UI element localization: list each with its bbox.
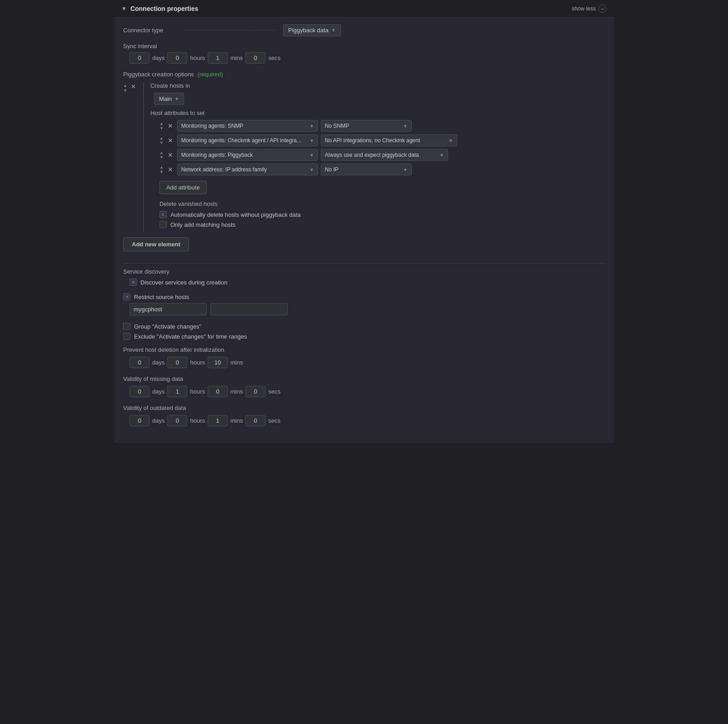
row1-value-dropdown[interactable]: No SNMP ▼ xyxy=(321,120,412,132)
prevent-days-input[interactable] xyxy=(130,357,150,368)
row2-value-dropdown[interactable]: No API integrations, no Checkmk agent ▼ xyxy=(321,135,457,146)
prevent-days-unit: days xyxy=(152,359,165,366)
row4-key-dropdown[interactable]: Network address: IP address family ▼ xyxy=(177,164,318,175)
row2-down-icon[interactable]: ▼ xyxy=(160,141,164,145)
outdated-secs-input[interactable] xyxy=(245,415,265,426)
discover-services-checkbox[interactable]: ✕ xyxy=(130,279,137,286)
missing-mins-input[interactable] xyxy=(208,386,228,397)
row3-updown[interactable]: ▲ ▼ xyxy=(160,151,164,160)
missing-secs-input[interactable] xyxy=(245,386,265,397)
row4-key-arrow-icon: ▼ xyxy=(309,167,314,172)
chevron-down-icon[interactable]: ▼ xyxy=(121,5,127,12)
auto-delete-checkbox[interactable]: ✕ xyxy=(160,211,167,218)
sync-hours-input[interactable] xyxy=(167,52,187,64)
connector-type-label: Connector type xyxy=(123,27,178,34)
row4-updown[interactable]: ▲ ▼ xyxy=(160,165,164,174)
sync-secs-input[interactable] xyxy=(245,52,265,64)
row2-remove-icon[interactable]: ✕ xyxy=(166,137,175,144)
missing-hours-input[interactable] xyxy=(167,386,187,397)
row3-up-icon[interactable]: ▲ xyxy=(160,151,164,155)
add-new-element-button[interactable]: Add new element xyxy=(123,237,189,251)
row2-key-dropdown[interactable]: Monitoring agents: Checkmk agent / API i… xyxy=(177,135,318,146)
row2-updown[interactable]: ▲ ▼ xyxy=(160,136,164,145)
host-input-2[interactable] xyxy=(210,303,288,315)
sync-mins-input[interactable] xyxy=(208,52,228,64)
restrict-source-section: ✕ Restrict source hosts xyxy=(123,293,605,315)
attributes-table: ▲ ▼ ✕ Monitoring agents: SNMP ▼ No SNMP xyxy=(160,120,457,175)
row1-remove-icon[interactable]: ✕ xyxy=(166,122,175,130)
page-title: Connection properties xyxy=(130,5,198,12)
outdated-hours-unit: hours xyxy=(190,417,205,424)
dropdown-arrow-icon: ▼ xyxy=(331,28,336,33)
validity-missing-inputs: days hours mins secs xyxy=(130,386,605,397)
create-hosts-arrow-icon: ▼ xyxy=(175,96,179,101)
prevent-hours-input[interactable] xyxy=(167,357,187,368)
prevent-mins-unit: mins xyxy=(230,359,243,366)
outer-remove-icon[interactable]: ✕ xyxy=(131,83,136,90)
piggyback-inner-section: Create hosts in Main ▼ Host attributes t… xyxy=(143,82,457,233)
table-row: ▲ ▼ ✕ Monitoring agents: Piggyback ▼ Alw… xyxy=(160,149,457,161)
row4-up-icon[interactable]: ▲ xyxy=(160,165,164,170)
dotted-separator xyxy=(185,30,276,30)
outdated-days-input[interactable] xyxy=(130,415,150,426)
validity-outdated-inputs: days hours mins secs xyxy=(130,415,605,426)
show-less-button[interactable]: show less ··· xyxy=(572,5,607,13)
section-title: ▼ Connection properties xyxy=(121,5,198,12)
row3-remove-icon[interactable]: ✕ xyxy=(166,151,175,159)
host-attributes-section: Host attributes to set ▲ ▼ ✕ Monit xyxy=(150,110,457,200)
restrict-source-checkbox[interactable]: ✕ xyxy=(123,293,130,300)
options-icon[interactable]: ··· xyxy=(598,5,607,13)
outer-updown-control[interactable]: ▲ ▼ xyxy=(123,83,127,93)
row3-value-dropdown[interactable]: Always use and expect piggyback data ▼ xyxy=(321,149,448,161)
outdated-mins-input[interactable] xyxy=(208,415,228,426)
row2-up-icon[interactable]: ▲ xyxy=(160,136,164,140)
row1-up-icon[interactable]: ▲ xyxy=(160,122,164,126)
create-hosts-dropdown[interactable]: Main ▼ xyxy=(154,93,184,105)
row1-updown[interactable]: ▲ ▼ xyxy=(160,122,164,130)
row1-value-text: No SNMP xyxy=(325,123,349,129)
row1-down-icon[interactable]: ▼ xyxy=(160,126,164,130)
table-row: ▲ ▼ ✕ Monitoring agents: SNMP ▼ No SNMP xyxy=(160,120,457,132)
sync-days-input[interactable] xyxy=(130,52,150,64)
table-row: ▲ ▼ ✕ Network address: IP address family… xyxy=(160,164,457,175)
sync-interval-inputs: days hours mins secs xyxy=(130,52,605,64)
only-add-label: Only add matching hosts xyxy=(170,221,235,228)
row1-key-value: Monitoring agents: SNMP xyxy=(181,123,244,129)
prevent-mins-input[interactable] xyxy=(208,357,228,368)
create-hosts-value: Main xyxy=(159,95,172,102)
add-attribute-button[interactable]: Add attribute xyxy=(160,181,207,194)
outer-down-icon[interactable]: ▼ xyxy=(123,88,127,93)
outdated-mins-unit: mins xyxy=(230,417,243,424)
exclude-activate-checkbox[interactable] xyxy=(123,333,130,340)
sync-interval-section: Sync interval days hours mins secs xyxy=(123,43,605,64)
outdated-secs-unit: secs xyxy=(268,417,280,424)
missing-hours-unit: hours xyxy=(190,388,205,395)
host-inputs xyxy=(130,303,605,315)
missing-days-input[interactable] xyxy=(130,386,150,397)
create-hosts-label: Create hosts in xyxy=(150,82,457,89)
prevent-deletion-label: Prevent host deletion after initializati… xyxy=(123,346,605,353)
row4-value-arrow-icon: ▼ xyxy=(403,167,408,172)
row3-down-icon[interactable]: ▼ xyxy=(160,155,164,160)
outdated-hours-input[interactable] xyxy=(167,415,187,426)
missing-secs-unit: secs xyxy=(268,388,280,395)
auto-delete-row: ✕ Automatically delete hosts without pig… xyxy=(160,211,457,218)
exclude-activate-label: Exclude "Activate changes" for time rang… xyxy=(134,333,247,340)
connection-properties-panel: ▼ Connection properties show less ··· Co… xyxy=(114,0,614,443)
outer-up-icon[interactable]: ▲ xyxy=(123,83,127,88)
row4-remove-icon[interactable]: ✕ xyxy=(166,166,175,173)
row3-key-dropdown[interactable]: Monitoring agents: Piggyback ▼ xyxy=(177,149,318,161)
connector-type-dropdown[interactable]: Piggyback data ▼ xyxy=(283,24,341,36)
row1-key-dropdown[interactable]: Monitoring agents: SNMP ▼ xyxy=(177,120,318,132)
only-add-checkbox[interactable] xyxy=(160,221,167,228)
only-add-row: Only add matching hosts xyxy=(160,221,457,228)
discover-services-label: Discover services during creation xyxy=(140,279,227,286)
validity-outdated-label: Validity of outdated data xyxy=(123,404,605,411)
group-activate-checkbox[interactable] xyxy=(123,323,130,330)
row4-down-icon[interactable]: ▼ xyxy=(160,170,164,174)
row4-value-dropdown[interactable]: No IP ▼ xyxy=(321,164,412,175)
restrict-source-row: ✕ Restrict source hosts xyxy=(123,293,605,300)
row3-value-text: Always use and expect piggyback data xyxy=(325,152,419,158)
table-row: ▲ ▼ ✕ Monitoring agents: Checkmk agent /… xyxy=(160,135,457,146)
host-input-1[interactable] xyxy=(130,303,207,315)
